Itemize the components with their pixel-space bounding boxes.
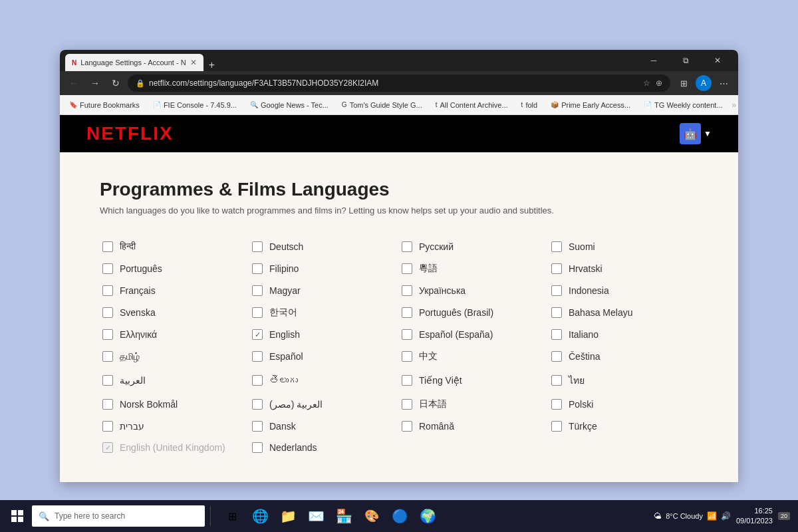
bookmark-item[interactable]: t All Content Archive...: [432, 100, 512, 110]
language-checkbox[interactable]: [252, 375, 263, 386]
wifi-icon[interactable]: 📶: [707, 511, 717, 521]
language-item[interactable]: ไทย: [549, 368, 698, 393]
volume-icon[interactable]: 🔊: [721, 511, 731, 521]
language-checkbox[interactable]: [551, 241, 562, 252]
language-checkbox[interactable]: [102, 442, 113, 453]
bookmark-item[interactable]: 📦 Prime Early Access...: [547, 100, 634, 110]
language-checkbox[interactable]: [402, 241, 412, 252]
language-item[interactable]: Türkçe: [549, 416, 698, 437]
language-checkbox[interactable]: [402, 285, 412, 296]
language-checkbox[interactable]: [102, 263, 113, 274]
language-item[interactable]: 中文: [399, 345, 549, 368]
share-icon[interactable]: ⊕: [656, 78, 662, 88]
language-item[interactable]: Hrvatski: [549, 257, 698, 280]
language-item[interactable]: Ελληνικά: [100, 324, 249, 345]
language-item[interactable]: English (United Kingdom): [100, 437, 249, 458]
new-tab-button[interactable]: +: [203, 59, 220, 71]
language-item[interactable]: Nederlands: [249, 437, 399, 458]
bookmark-star-icon[interactable]: ☆: [643, 78, 650, 88]
language-checkbox[interactable]: [102, 241, 113, 252]
close-button[interactable]: ✕: [702, 50, 733, 71]
language-checkbox[interactable]: [252, 329, 263, 340]
minimize-button[interactable]: ─: [638, 50, 669, 71]
language-item[interactable]: العربية (مصر): [249, 393, 399, 416]
language-checkbox[interactable]: [402, 263, 412, 274]
language-checkbox[interactable]: [551, 285, 562, 296]
language-item[interactable]: עברית: [100, 416, 249, 437]
language-checkbox[interactable]: [102, 351, 113, 362]
refresh-button[interactable]: ↻: [108, 75, 124, 91]
language-item[interactable]: Português (Brasil): [399, 301, 549, 324]
taskbar-explorer-icon[interactable]: 📁: [275, 503, 301, 529]
language-item[interactable]: Українська: [399, 280, 549, 301]
language-item[interactable]: हिन्दी: [100, 235, 249, 257]
extensions-icon[interactable]: ⊞: [674, 74, 693, 92]
language-checkbox[interactable]: [252, 351, 263, 362]
language-checkbox[interactable]: [252, 399, 263, 410]
menu-icon[interactable]: ⋯: [714, 74, 733, 92]
browser-tab[interactable]: N Language Settings - Account - N ✕: [65, 54, 203, 71]
language-item[interactable]: 粵語: [399, 257, 549, 280]
profile-icon[interactable]: A: [696, 75, 712, 91]
language-checkbox[interactable]: [551, 399, 562, 410]
language-checkbox[interactable]: [551, 351, 562, 362]
language-item[interactable]: Español: [249, 345, 399, 368]
language-item[interactable]: Español (España): [399, 324, 549, 345]
netflix-account-menu[interactable]: 🤖 ▼: [680, 123, 712, 144]
start-button[interactable]: [5, 504, 29, 528]
language-checkbox[interactable]: [551, 329, 562, 340]
restore-button[interactable]: ⧉: [670, 50, 701, 71]
language-checkbox[interactable]: [402, 399, 412, 410]
language-item[interactable]: Deutsch: [249, 235, 399, 257]
language-item[interactable]: Italiano: [549, 324, 698, 345]
taskbar-edge-icon[interactable]: 🌐: [247, 503, 273, 529]
bookmark-item[interactable]: 🔖 Future Bookmarks: [65, 100, 144, 110]
language-item[interactable]: 한국어: [249, 301, 399, 324]
language-checkbox[interactable]: [252, 442, 263, 453]
taskbar-store-icon[interactable]: 🏪: [331, 503, 357, 529]
language-item[interactable]: Русский: [399, 235, 549, 257]
tab-close-button[interactable]: ✕: [190, 58, 197, 67]
taskbar-mail-icon[interactable]: ✉️: [303, 503, 329, 529]
language-item[interactable]: Čeština: [549, 345, 698, 368]
notification-badge[interactable]: 20: [778, 512, 790, 520]
taskbar-photoshop-icon[interactable]: 🎨: [358, 503, 385, 529]
language-item[interactable]: Français: [100, 280, 249, 301]
language-checkbox[interactable]: [402, 329, 412, 340]
language-checkbox[interactable]: [102, 399, 113, 410]
language-checkbox[interactable]: [252, 307, 263, 318]
forward-button[interactable]: →: [86, 75, 104, 91]
bookmarks-more[interactable]: »: [732, 100, 737, 110]
language-checkbox[interactable]: [252, 285, 263, 296]
language-checkbox[interactable]: [551, 375, 562, 386]
language-item[interactable]: Svenska: [100, 301, 249, 324]
url-bar[interactable]: 🔒 netflix.com/settings/language/F3ALT3B5…: [128, 74, 670, 92]
language-item[interactable]: தமிழ்: [100, 345, 249, 368]
language-checkbox[interactable]: [551, 421, 562, 432]
language-item[interactable]: Norsk Bokmål: [100, 393, 249, 416]
language-checkbox[interactable]: [252, 263, 263, 274]
language-checkbox[interactable]: [402, 307, 412, 318]
language-checkbox[interactable]: [402, 375, 412, 386]
language-checkbox[interactable]: [252, 421, 263, 432]
language-checkbox[interactable]: [402, 421, 412, 432]
bookmark-item[interactable]: G Tom's Guide Style G...: [338, 100, 426, 110]
language-checkbox[interactable]: [102, 421, 113, 432]
bookmark-item[interactable]: 🔍 Google News - Tec...: [246, 100, 332, 110]
language-item[interactable]: 日本語: [399, 393, 549, 416]
language-item[interactable]: Suomi: [549, 235, 698, 257]
taskbar-app-icon[interactable]: 🌍: [414, 503, 441, 529]
language-item[interactable]: Português: [100, 257, 249, 280]
language-item[interactable]: తెలుగు: [249, 368, 399, 393]
language-item[interactable]: Polski: [549, 393, 698, 416]
taskbar-search[interactable]: 🔍 Type here to search: [32, 505, 205, 527]
language-checkbox[interactable]: [402, 351, 412, 362]
taskbar-chrome-icon[interactable]: 🔵: [386, 503, 413, 529]
language-item[interactable]: العربية: [100, 368, 249, 393]
language-item[interactable]: Tiếng Việt: [399, 368, 549, 393]
language-item[interactable]: Bahasa Melayu: [549, 301, 698, 324]
taskbar-multitask-icon[interactable]: ⊞: [219, 503, 245, 529]
language-checkbox[interactable]: [102, 285, 113, 296]
language-item[interactable]: Magyar: [249, 280, 399, 301]
language-checkbox[interactable]: [551, 307, 562, 318]
